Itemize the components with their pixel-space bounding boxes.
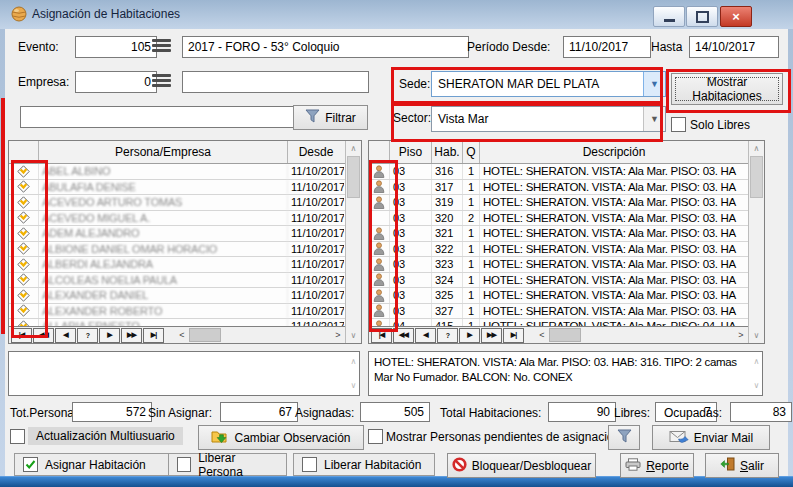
- record-nav-button[interactable]: ?: [77, 328, 98, 343]
- pendientes-checkbox[interactable]: [368, 429, 383, 444]
- asignar-checkbox-checked[interactable]: [23, 457, 38, 472]
- scroll-up-icon[interactable]: ∧: [346, 141, 361, 156]
- persona-filter-input[interactable]: [20, 106, 298, 128]
- persona-row[interactable]: ACEVEDO ARTURO TOMAS11/10/2017: [9, 195, 345, 211]
- empresa-input[interactable]: 0: [75, 71, 157, 93]
- record-nav-button[interactable]: |◀: [11, 328, 32, 343]
- empty-icon-cell: [369, 211, 390, 226]
- v-scrollbar[interactable]: ∧ ∨: [748, 141, 764, 343]
- liberar-persona-toggle[interactable]: Liberar Persona: [168, 453, 287, 476]
- persona-row[interactable]: ACEVEDO MIGUEL A.11/10/2017: [9, 211, 345, 227]
- h-scroll-thumb[interactable]: [189, 328, 221, 342]
- record-nav-button[interactable]: ◀: [415, 328, 436, 343]
- habitacion-row[interactable]: 033191HOTEL: SHERATON. VISTA: Ala Mar. P…: [369, 195, 748, 211]
- pendientes-filter-button[interactable]: [608, 425, 640, 450]
- persona-desde: 11/10/2017: [288, 226, 344, 241]
- habitacion-piso: 03: [390, 304, 432, 319]
- occupant-person-icon: [369, 304, 390, 319]
- persona-row[interactable]: ALEXANDER DANIEL11/10/2017: [9, 288, 345, 304]
- persona-row[interactable]: ABULAFIA DENISE11/10/2017: [9, 180, 345, 196]
- empresa-desc-field[interactable]: [182, 71, 369, 93]
- record-nav-button[interactable]: ?: [437, 328, 458, 343]
- habitacion-descripcion: HOTEL: SHERATON. VISTA: Ala Mar. PISO: 0…: [480, 164, 748, 179]
- scroll-down-icon[interactable]: ∨: [753, 378, 759, 393]
- sede-combo[interactable]: SHERATON MAR DEL PLATA ▼: [431, 71, 666, 97]
- assigned-diamond-icon: [9, 304, 39, 319]
- scroll-down-icon[interactable]: ∨: [749, 328, 764, 343]
- scroll-right-icon[interactable]: >: [331, 330, 345, 340]
- record-nav-button[interactable]: ▶: [99, 328, 120, 343]
- h-scrollbar[interactable]: < >: [175, 328, 345, 342]
- habitacion-descripcion: HOTEL: SHERATON. VISTA: Ala Mar. PISO: 0…: [480, 257, 748, 272]
- bloquear-desbloquear-button[interactable]: Bloquear/Desbloquear: [447, 453, 596, 478]
- mostrar-habitaciones-button[interactable]: Mostrar Habitaciones: [671, 73, 783, 105]
- observacion-left-box[interactable]: ∧ ∨: [8, 351, 360, 396]
- habitacion-row[interactable]: 033221HOTEL: SHERATON. VISTA: Ala Mar. P…: [369, 242, 748, 258]
- habitacion-row[interactable]: 033231HOTEL: SHERATON. VISTA: Ala Mar. P…: [369, 257, 748, 273]
- record-nav-button[interactable]: ▶|: [143, 328, 164, 343]
- persona-desde: 11/10/2017: [288, 195, 344, 210]
- cambiar-observacion-button[interactable]: Cambiar Observación: [198, 425, 364, 450]
- evento-desc-field[interactable]: 2017 - FORO - 53° Coloquio: [182, 36, 469, 58]
- v-scroll-thumb[interactable]: [347, 156, 360, 198]
- persona-row[interactable]: ALBIONE DANIEL OMAR HORACIO11/10/2017: [9, 242, 345, 258]
- scroll-up-icon[interactable]: ∧: [350, 354, 356, 369]
- minimize-button[interactable]: [653, 6, 685, 27]
- evento-input[interactable]: 105: [75, 36, 157, 58]
- scroll-down-icon[interactable]: ∨: [350, 378, 356, 393]
- habitacion-row[interactable]: 033171HOTEL: SHERATON. VISTA: Ala Mar. P…: [369, 180, 748, 196]
- persona-row[interactable]: ADEM ALEJANDRO11/10/2017: [9, 226, 345, 242]
- evento-browse-icon[interactable]: [152, 39, 171, 52]
- scroll-down-icon[interactable]: ∨: [346, 328, 361, 343]
- persona-row[interactable]: ALLARIA ERNESTO11/10/2017: [9, 319, 345, 326]
- persona-row[interactable]: ABEL ALBINO11/10/2017: [9, 164, 345, 180]
- asignar-habitacion-toggle[interactable]: Asignar Habitación: [14, 453, 180, 476]
- hasta-input[interactable]: 14/10/2017: [689, 36, 779, 58]
- habitacion-row[interactable]: 033241HOTEL: SHERATON. VISTA: Ala Mar. P…: [369, 273, 748, 289]
- record-nav-button[interactable]: ◀: [55, 328, 76, 343]
- sector-combo[interactable]: Vista Mar ▼: [431, 106, 666, 132]
- assigned-diamond-icon: [9, 211, 39, 226]
- scroll-up-icon[interactable]: ∧: [749, 141, 764, 156]
- scroll-left-icon[interactable]: <: [535, 330, 549, 340]
- habitacion-row[interactable]: 033211HOTEL: SHERATON. VISTA: Ala Mar. P…: [369, 226, 748, 242]
- record-nav-button[interactable]: |◀: [371, 328, 392, 343]
- habitacion-row[interactable]: 033251HOTEL: SHERATON. VISTA: Ala Mar. P…: [369, 288, 748, 304]
- record-nav-button[interactable]: ▶|: [503, 328, 524, 343]
- record-nav-button[interactable]: ◀◀: [393, 328, 414, 343]
- record-nav-button[interactable]: ◀◀: [33, 328, 54, 343]
- record-nav-button[interactable]: ▶▶: [121, 328, 142, 343]
- empresa-browse-icon[interactable]: [152, 74, 171, 87]
- v-scroll-thumb[interactable]: [750, 156, 763, 198]
- persona-row[interactable]: ALCOLEAS NOELIA PAULA11/10/2017: [9, 273, 345, 289]
- solo-libres-checkbox[interactable]: [671, 117, 686, 132]
- multiusuario-checkbox[interactable]: [10, 429, 25, 444]
- liberar-persona-checkbox[interactable]: [177, 457, 191, 472]
- habitacion-row[interactable]: 044151HOTEL: SHERATON. VISTA: Ala Mar. P…: [369, 319, 748, 326]
- h-scroll-thumb[interactable]: [549, 328, 581, 342]
- salir-button[interactable]: Salir: [705, 453, 779, 478]
- periodo-desde-input[interactable]: 11/10/2017: [563, 36, 651, 58]
- habitacion-row[interactable]: 033161HOTEL: SHERATON. VISTA: Ala Mar. P…: [369, 164, 748, 180]
- record-nav-button[interactable]: ▶▶: [481, 328, 502, 343]
- persona-row[interactable]: ALEXANDER ROBERTO11/10/2017: [9, 304, 345, 320]
- liberar-habitacion-toggle[interactable]: Liberar Habitación: [293, 453, 435, 476]
- record-nav-button[interactable]: ▶: [459, 328, 480, 343]
- chevron-down-icon[interactable]: ▼: [643, 107, 665, 131]
- reporte-button[interactable]: Reporte: [620, 453, 694, 478]
- chevron-down-icon[interactable]: ▼: [643, 72, 665, 96]
- habitacion-row[interactable]: 033202HOTEL: SHERATON. VISTA: Ala Mar. P…: [369, 211, 748, 227]
- habitacion-row[interactable]: 033271HOTEL: SHERATON. VISTA: Ala Mar. P…: [369, 304, 748, 320]
- enviar-mail-button[interactable]: Enviar Mail: [652, 425, 770, 450]
- scroll-right-icon[interactable]: >: [734, 330, 748, 340]
- liberar-habitacion-checkbox[interactable]: [302, 457, 317, 472]
- filtrar-button[interactable]: Filtrar: [293, 105, 368, 130]
- observacion-habitacion-box[interactable]: HOTEL: SHERATON. VISTA: Ala Mar. PISO: 0…: [368, 351, 763, 396]
- v-scrollbar[interactable]: ∧ ∨: [345, 141, 361, 343]
- scroll-left-icon[interactable]: <: [175, 330, 189, 340]
- maximize-button[interactable]: [686, 6, 718, 27]
- persona-row[interactable]: ALBERDI ALEJANDRA11/10/2017: [9, 257, 345, 273]
- h-scrollbar[interactable]: < >: [535, 328, 748, 342]
- close-button[interactable]: ×: [720, 6, 752, 27]
- scroll-up-icon[interactable]: ∧: [753, 354, 759, 369]
